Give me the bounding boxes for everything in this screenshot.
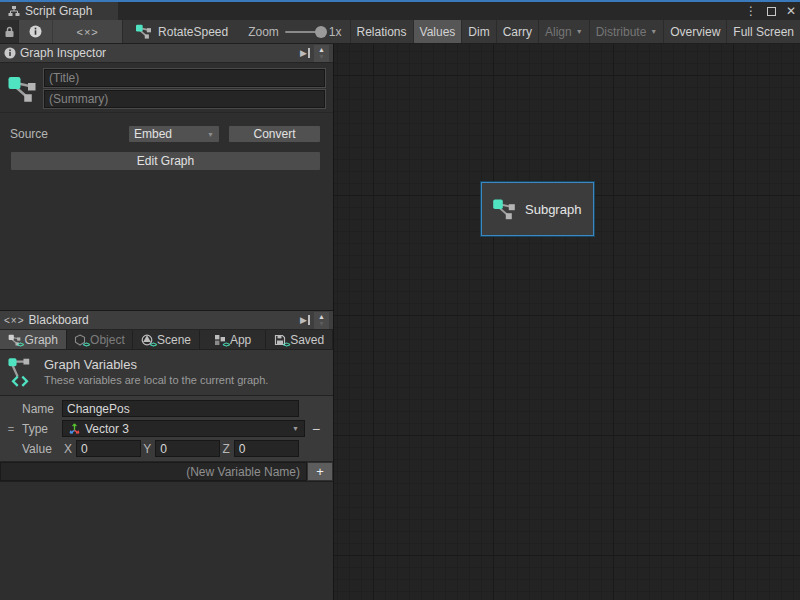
graph-variables-header: Graph Variables These variables are loca… [0, 350, 333, 396]
scroll-up-icon[interactable]: ▲ [318, 46, 325, 53]
tab-scene[interactable]: <> Scene [133, 330, 200, 349]
title-bar: Script Graph ⋮ ✕ [0, 2, 800, 20]
graph-tab-icon: <> [8, 334, 21, 346]
tab-graph[interactable]: <> Graph [0, 330, 67, 349]
chevron-down-icon: ▼ [207, 131, 214, 138]
object-cube-icon: <> [74, 334, 86, 346]
panel-scroll-arrows[interactable]: ▲ ▼ [314, 312, 329, 329]
new-variable-row: + [0, 462, 333, 482]
graph-canvas[interactable]: Subgraph [334, 44, 800, 600]
axis-y-label: Y [141, 442, 155, 456]
full-screen-button[interactable]: Full Screen [726, 20, 800, 43]
vector3-icon [68, 422, 81, 435]
unit-preview-button[interactable]: <×> [52, 20, 122, 43]
inspect-button[interactable] [19, 20, 52, 43]
variable-name-input[interactable] [62, 400, 299, 417]
graph-breadcrumb[interactable]: RotateSpeed [123, 20, 240, 43]
lock-button[interactable] [0, 20, 18, 43]
axis-x-input[interactable] [76, 440, 141, 457]
tab-object[interactable]: <> Object [67, 330, 134, 349]
node-label: Subgraph [525, 202, 581, 217]
graph-name: RotateSpeed [158, 25, 228, 39]
variable-type-row: = Type Vector 3 ▼ − [0, 420, 327, 437]
info-icon [4, 47, 16, 59]
blackboard-tab-strip: <> Graph <> Object <> [0, 330, 333, 350]
variable-type-dropdown[interactable]: Vector 3 ▼ [62, 420, 305, 437]
window-controls: ⋮ ✕ [745, 2, 796, 20]
sidebar: Graph Inspector ▶ ▲ ▼ [0, 44, 334, 600]
zoom-control: Zoom 1x [240, 20, 349, 43]
graph-title-input[interactable] [44, 69, 325, 87]
graph-summary-input[interactable] [44, 90, 325, 108]
graph-meta-section [0, 63, 333, 113]
graph-icon [6, 69, 38, 108]
zoom-slider-knob[interactable] [315, 26, 327, 38]
chevron-down-icon: ▼ [576, 28, 583, 35]
unit-icon: <×> [4, 315, 25, 326]
align-dropdown[interactable]: Align▼ [538, 20, 589, 43]
edit-graph-button[interactable]: Edit Graph [10, 151, 321, 171]
remove-variable-button[interactable]: − [305, 421, 327, 437]
lock-icon [4, 26, 15, 38]
close-icon[interactable]: ✕ [786, 4, 796, 18]
values-button[interactable]: Values [413, 20, 462, 43]
new-variable-input[interactable] [0, 462, 307, 481]
graph-icon [135, 24, 152, 39]
maximize-icon[interactable] [767, 7, 776, 16]
scroll-up-icon[interactable]: ▲ [318, 313, 325, 320]
tab-saved[interactable]: <> Saved [266, 330, 333, 349]
panel-title: Blackboard [29, 313, 89, 327]
saved-floppy-icon: <> [274, 334, 286, 346]
scroll-down-icon[interactable]: ▼ [318, 53, 325, 60]
axis-y-input[interactable] [155, 440, 220, 457]
app-blocks-icon: <> [214, 334, 226, 346]
axis-z-label: Z [220, 442, 233, 456]
type-label: Type [22, 422, 62, 436]
toolbar-right-group: Relations Values Dim Carry Align▼ Distri… [350, 20, 800, 43]
panel-scroll-arrows[interactable]: ▲ ▼ [314, 45, 329, 62]
convert-button[interactable]: Convert [228, 125, 321, 143]
overview-button[interactable]: Overview [663, 20, 726, 43]
add-variable-button[interactable]: + [307, 462, 333, 481]
tab-script-graph[interactable]: Script Graph [0, 2, 118, 20]
graph-inspector-panel: Graph Inspector ▶ ▲ ▼ [0, 44, 333, 310]
chevron-down-icon: ▼ [650, 28, 657, 35]
name-label: Name [22, 402, 62, 416]
variable-row-card: Name = Type Vector 3 ▼ − [0, 396, 333, 462]
relations-button[interactable]: Relations [350, 20, 413, 43]
drag-handle-icon[interactable]: = [0, 423, 22, 435]
axis-z-input[interactable] [234, 440, 299, 457]
blackboard-header: <×> Blackboard ▶ ▲ ▼ [0, 311, 333, 330]
toolbar-toggle-group: <×> [18, 20, 123, 43]
menu-kebab-icon[interactable]: ⋮ [745, 4, 757, 18]
graph-inspector-header: Graph Inspector ▶ ▲ ▼ [0, 44, 333, 63]
source-dropdown[interactable]: Embed ▼ [128, 125, 220, 143]
zoom-label: Zoom [248, 25, 279, 39]
axis-x-label: X [62, 442, 76, 456]
dock-panel-icon[interactable]: ▶ [300, 315, 310, 325]
zoom-slider[interactable] [285, 31, 323, 33]
variable-name-row: Name [0, 400, 327, 417]
tab-title: Script Graph [25, 4, 92, 18]
carry-button[interactable]: Carry [496, 20, 538, 43]
variable-value-row: Value X Y Z [0, 440, 327, 457]
subgraph-node[interactable]: Subgraph [481, 182, 594, 236]
subgraph-icon [492, 198, 516, 220]
chevron-down-icon: ▼ [292, 425, 299, 432]
value-label: Value [22, 442, 62, 456]
zoom-value: 1x [329, 25, 342, 39]
blackboard-panel: <×> Blackboard ▶ ▲ ▼ <> Gr [0, 310, 333, 600]
dock-panel-icon[interactable]: ▶ [300, 48, 310, 58]
source-label: Source [10, 127, 120, 141]
blackboard-empty-area [0, 482, 333, 600]
graph-variables-icon [6, 357, 34, 387]
graph-toolbar: <×> RotateSpeed Zoom 1x Relations Values… [0, 20, 800, 44]
script-graph-window: Script Graph ⋮ ✕ <×> RotateSpe [0, 0, 800, 600]
graph-variables-title: Graph Variables [44, 357, 268, 372]
dim-button[interactable]: Dim [461, 20, 495, 43]
tab-app[interactable]: <> App [200, 330, 267, 349]
scroll-down-icon[interactable]: ▼ [318, 320, 325, 327]
distribute-dropdown[interactable]: Distribute▼ [589, 20, 664, 43]
source-row: Source Embed ▼ Convert [10, 125, 321, 143]
panel-title: Graph Inspector [20, 46, 106, 60]
